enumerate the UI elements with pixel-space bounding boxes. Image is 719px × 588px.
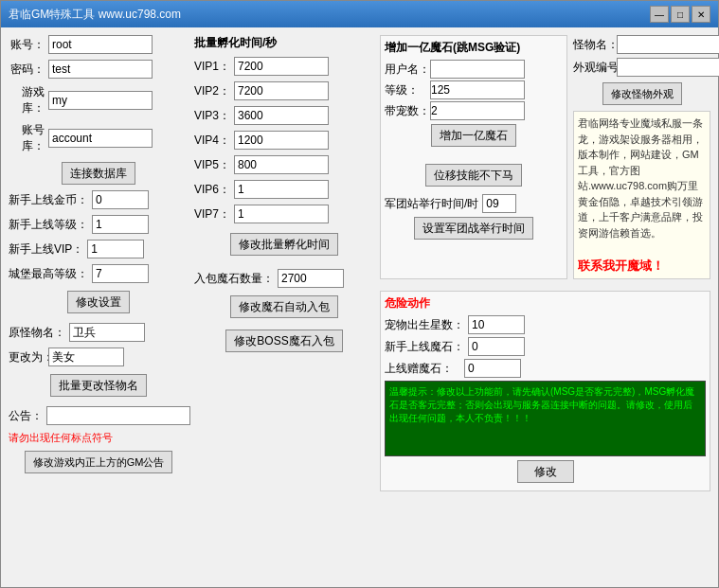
gift-magic-input[interactable] [464,359,521,378]
newbie-magic-input[interactable] [468,337,525,356]
vip3-label: VIP3： [194,108,230,124]
vip6-label: VIP6： [194,182,230,198]
monster-change-row: 更改为： [9,347,189,366]
add-magic-title: 增加一亿魔石(跳MSG验证) [385,40,563,56]
gift-magic-label: 上线赠魔石： [385,361,460,377]
gamedb-row: 游戏库： [9,84,189,116]
newbie-level-label: 新手上线等级： [9,217,88,233]
magic-count-input[interactable] [278,269,344,288]
newbie-level-input[interactable] [92,215,149,234]
connect-db-button[interactable]: 连接数据库 [62,162,135,185]
announce-row: 公告： [9,406,189,425]
vip4-row: VIP4： [194,131,374,150]
monster-orig-input[interactable] [69,323,145,342]
account-label: 账号： [9,37,45,53]
vip3-input[interactable] [234,106,329,125]
modify-magic-auto-button[interactable]: 修改魔石自动入包 [230,295,338,318]
set-guild-button[interactable]: 设置军团战举行时间 [414,217,533,240]
modify-announce-button[interactable]: 修改游戏内正上方的GM公告 [25,451,173,473]
announce-input[interactable] [46,406,190,425]
main-window: 君临GM特殊工具 www.uc798.com — □ ✕ 账号： 密码： 游戏库… [0,0,719,588]
gift-magic-row: 上线赠魔石： [385,359,706,378]
monster-orig-row: 原怪物名： [9,323,189,342]
modify-button[interactable]: 修改 [517,460,574,483]
vip2-label: VIP2： [194,83,230,99]
newbie-magic-label: 新手上线魔石： [385,339,464,355]
vip6-row: VIP6： [194,180,374,199]
close-button[interactable]: ✕ [692,6,710,23]
newbie-gold-input[interactable] [92,190,149,209]
pet-count-row: 带宠数： [385,101,563,120]
magic-username-label: 用户名： [385,62,426,78]
castle-max-input[interactable] [92,264,149,283]
password-row: 密码： [9,60,189,79]
vip2-input[interactable] [234,81,329,100]
modify-appearance-button[interactable]: 修改怪物外观 [602,82,682,105]
gamedb-input[interactable] [48,91,153,110]
monster-change-input[interactable] [48,347,124,366]
title-bar: 君临GM特殊工具 www.uc798.com — □ ✕ [1,1,718,27]
vip1-input[interactable] [234,57,329,76]
pet-count-label: 带宠数： [385,103,426,119]
right-column: 增加一亿魔石(跳MSG验证) 用户名： 等级： 带宠数： 增加一亿魔石 [380,35,710,579]
newbie-vip-input[interactable] [87,240,144,258]
guild-input[interactable] [482,194,516,213]
add-magic-button[interactable]: 增加一亿魔石 [431,124,516,147]
vip1-row: VIP1： [194,57,374,76]
pet-birth-row: 宠物出生星数： [385,315,706,334]
monster-name-input[interactable] [617,35,719,54]
ad-section: 君临网络专业魔域私服一条龙，游戏架设服务器相用，版本制作，网站建设，GM工具，官… [573,111,710,279]
password-input[interactable] [48,60,153,79]
modify-hatch-button[interactable]: 修改批量孵化时间 [230,233,338,256]
minimize-button[interactable]: — [650,6,669,23]
gamedb-label: 游戏库： [9,84,45,116]
add-magic-section: 增加一亿魔石(跳MSG验证) 用户名： 等级： 带宠数： 增加一亿魔石 [380,35,567,279]
monster-orig-label: 原怪物名： [9,325,65,341]
vip4-label: VIP4： [194,133,230,149]
monster-name-row: 怪物名： [573,35,710,54]
castle-max-label: 城堡最高等级： [9,266,88,282]
modify-boss-magic-button[interactable]: 修改BOSS魔石入包 [225,330,342,352]
monster-name-label: 怪物名： [573,37,613,53]
content-area: 账号： 密码： 游戏库： 账号库： 连接数据库 新手上线金币： [1,27,718,587]
skill-button[interactable]: 位移技能不下马 [425,164,522,187]
appearance-input[interactable] [617,58,719,77]
magic-username-input[interactable] [430,60,525,79]
account-input[interactable] [48,35,153,54]
batch-rename-button[interactable]: 批量更改怪物名 [50,374,147,397]
magic-username-row: 用户名： [385,60,563,79]
modify-settings-button[interactable]: 修改设置 [67,291,130,313]
magic-level-input[interactable] [430,80,525,99]
accountdb-input[interactable] [48,129,153,148]
newbie-gold-label: 新手上线金币： [9,192,88,208]
danger-section: 危险动作 宠物出生星数： 新手上线魔石： 上线赠魔石： 温馨提示：修改以上功 [380,291,710,491]
bottom-right-area: 危险动作 宠物出生星数： 新手上线魔石： 上线赠魔石： 温馨提示：修改以上功 [380,287,710,491]
window-controls: — □ ✕ [650,6,710,23]
monster-change-label: 更改为： [9,349,45,365]
vip6-input[interactable] [234,180,329,199]
newbie-gold-row: 新手上线金币： [9,190,189,209]
account-row: 账号： [9,35,189,54]
magic-level-label: 等级： [385,82,426,98]
ad-text: 君临网络专业魔域私服一条龙，游戏架设服务器相用，版本制作，网站建设，GM工具，官… [578,117,703,239]
vip7-input[interactable] [234,205,329,223]
magic-count-row: 入包魔石数量： [194,269,374,288]
guild-row: 军团站举行时间/时 [385,194,563,213]
vip4-input[interactable] [234,131,329,150]
maximize-button[interactable]: □ [671,6,690,23]
pet-count-input[interactable] [430,101,525,120]
vip7-label: VIP7： [194,206,230,223]
appearance-label: 外观编号： [573,60,613,76]
magic-count-label: 入包魔石数量： [194,271,274,287]
pet-birth-input[interactable] [468,315,525,334]
newbie-magic-row: 新手上线魔石： [385,337,706,356]
top-right-area: 增加一亿魔石(跳MSG验证) 用户名： 等级： 带宠数： 增加一亿魔石 [380,35,710,279]
vip5-input[interactable] [234,155,329,174]
left-column: 账号： 密码： 游戏库： 账号库： 连接数据库 新手上线金币： [9,35,189,579]
ad-link[interactable]: 联系我开魔域！ [578,258,664,273]
appearance-row: 外观编号： [573,58,710,77]
accountdb-label: 账号库： [9,122,45,154]
newbie-level-row: 新手上线等级： [9,215,189,234]
vip7-row: VIP7： [194,205,374,223]
middle-column: 批量孵化时间/秒 VIP1： VIP2： VIP3： VIP4： VIP5： [194,35,374,579]
